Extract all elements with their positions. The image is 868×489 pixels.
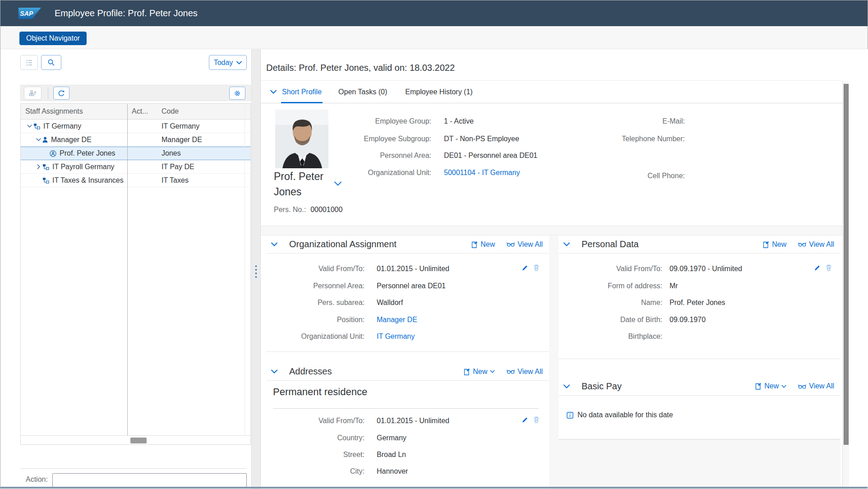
object-navigator-button[interactable]: Object Navigator bbox=[19, 32, 87, 45]
field-value: Mr bbox=[669, 282, 678, 290]
vertical-scrollbar-thumb[interactable] bbox=[844, 84, 849, 445]
tab-employee-history[interactable]: Employee History (1) bbox=[405, 88, 472, 96]
sap-logo: SAP bbox=[18, 8, 41, 19]
add-document-icon bbox=[763, 241, 769, 248]
vertical-scrollbar[interactable] bbox=[842, 81, 849, 489]
delete-icon[interactable] bbox=[533, 264, 540, 271]
settings-button[interactable] bbox=[229, 87, 245, 100]
edit-icon[interactable] bbox=[522, 264, 528, 271]
code-cell: IT Germany bbox=[157, 120, 245, 133]
splitter-grip-icon bbox=[255, 265, 257, 278]
view-all-button[interactable]: View All bbox=[507, 368, 543, 376]
position-link[interactable]: Manager DE bbox=[377, 316, 417, 324]
view-all-button[interactable]: View All bbox=[798, 382, 834, 390]
field-value: 01.01.2015 - Unlimited bbox=[377, 417, 449, 425]
no-data-message-row: No data available for this date bbox=[567, 411, 673, 419]
active-tab-underline bbox=[281, 102, 323, 103]
field-row: Date of Birth: 09.09.1970 bbox=[559, 312, 840, 329]
delete-icon[interactable] bbox=[826, 264, 832, 271]
view-all-label: View All bbox=[809, 240, 834, 249]
tree-row-it-germany[interactable]: IT Germany IT Germany bbox=[21, 120, 250, 133]
position-icon bbox=[42, 137, 48, 143]
column-divider[interactable] bbox=[127, 104, 128, 435]
panel-splitter[interactable] bbox=[251, 49, 261, 489]
field-row: Organizational Unit: IT Germany bbox=[266, 329, 549, 346]
new-menu-button[interactable]: New bbox=[464, 368, 495, 376]
new-button[interactable]: New bbox=[471, 240, 495, 249]
tree-row-prof-peter-jones[interactable]: Prof. Peter Jones Jones bbox=[21, 147, 250, 160]
list-icon bbox=[26, 59, 33, 66]
address-type-title: Permanent residence bbox=[273, 386, 367, 398]
org-chart-up-icon bbox=[29, 90, 37, 97]
view-all-button[interactable]: View All bbox=[507, 240, 543, 249]
chevron-down-icon[interactable] bbox=[563, 384, 570, 388]
search-button[interactable] bbox=[41, 55, 61, 70]
new-button[interactable]: New bbox=[763, 240, 786, 249]
chevron-down-icon[interactable] bbox=[271, 242, 277, 246]
section-header: Organizational Assignment New View All bbox=[266, 235, 549, 254]
chevron-down-icon[interactable] bbox=[271, 369, 277, 374]
field-row: Personnel Area: Personnel area DE01 bbox=[266, 278, 549, 295]
tab-short-profile[interactable]: Short Profile bbox=[282, 88, 322, 96]
field-value: 09.09.1970 bbox=[669, 316, 706, 324]
tab-strip: Short Profile Open Tasks (0) Employee Hi… bbox=[261, 81, 842, 103]
field-label: Position: bbox=[266, 316, 365, 324]
tab-open-tasks[interactable]: Open Tasks (0) bbox=[338, 88, 387, 96]
org-unit-icon bbox=[42, 164, 49, 170]
org-chart-up-button[interactable] bbox=[24, 87, 42, 100]
column-header-act[interactable]: Act... bbox=[127, 107, 157, 115]
add-document-icon bbox=[471, 241, 478, 248]
column-header-code[interactable]: Code bbox=[157, 107, 245, 115]
add-document-icon bbox=[464, 368, 470, 375]
field-row: Pers. subarea: Walldorf bbox=[266, 295, 549, 312]
tree-row-it-payroll-germany[interactable]: IT Payroll Germany IT Pay DE bbox=[21, 160, 250, 174]
profile-field-row: Employee Group: 1 - Active E-Mail: bbox=[261, 114, 842, 131]
gear-icon bbox=[234, 90, 241, 97]
tree-node-label: IT Payroll Germany bbox=[52, 163, 115, 171]
expand-icon[interactable] bbox=[34, 164, 42, 169]
field-label: Street: bbox=[266, 451, 365, 459]
section-title: Basic Pay bbox=[582, 381, 622, 392]
collapse-icon[interactable] bbox=[25, 125, 33, 128]
horizontal-scrollbar-thumb[interactable] bbox=[130, 438, 147, 443]
field-label: Valid From/To: bbox=[266, 265, 365, 273]
new-label: New bbox=[764, 382, 779, 390]
section-basic-pay: Basic Pay New bbox=[559, 377, 840, 439]
hscroll-track-border bbox=[21, 435, 250, 436]
tree-row-it-taxes-insurances[interactable]: IT Taxes & Insurances IT Taxes bbox=[21, 174, 250, 187]
info-icon bbox=[567, 412, 573, 419]
basic-pay-background-fill bbox=[559, 439, 840, 489]
pers-no-label: Pers. No.: bbox=[274, 206, 306, 213]
profile-field-row: Cell Phone: bbox=[261, 168, 842, 185]
field-value: DE01 - Personnel area DE01 bbox=[444, 152, 537, 160]
chevron-down-icon[interactable] bbox=[563, 242, 570, 246]
section-organizational-assignment: Organizational Assignment New View All bbox=[266, 235, 549, 352]
column-header-staff-assignments[interactable]: Staff Assignments bbox=[21, 107, 127, 115]
chevron-down-icon[interactable] bbox=[270, 90, 277, 94]
tree-node-label: IT Germany bbox=[43, 122, 81, 130]
edit-icon[interactable] bbox=[814, 264, 821, 271]
details-title: Details: Prof. Peter Jones, valid on: 18… bbox=[266, 63, 455, 73]
edit-icon[interactable] bbox=[522, 416, 528, 423]
field-value: Hannover bbox=[377, 467, 408, 475]
action-input[interactable] bbox=[52, 473, 247, 487]
refresh-button[interactable] bbox=[53, 87, 69, 100]
collapse-icon[interactable] bbox=[34, 138, 42, 141]
toolbar-separator bbox=[48, 88, 48, 99]
section-title: Addresses bbox=[289, 366, 332, 377]
tree-node-label: Manager DE bbox=[51, 136, 92, 144]
new-menu-button[interactable]: New bbox=[755, 382, 786, 390]
section-header: Addresses New bbox=[266, 363, 549, 381]
view-all-button[interactable]: View All bbox=[798, 240, 834, 249]
new-label: New bbox=[473, 368, 487, 376]
delete-icon[interactable] bbox=[533, 416, 540, 423]
tree-row-manager-de[interactable]: Manager DE Manager DE bbox=[21, 133, 250, 147]
legend-button[interactable] bbox=[20, 55, 38, 70]
svg-text:SAP: SAP bbox=[20, 10, 33, 17]
today-dropdown[interactable]: Today bbox=[209, 55, 247, 70]
field-row: Valid From/To: 01.01.2015 - Unlimited bbox=[266, 413, 549, 430]
org-unit-link[interactable]: IT Germany bbox=[377, 332, 415, 341]
field-label: City: bbox=[266, 467, 365, 475]
address-divider bbox=[273, 408, 539, 409]
act-cell bbox=[127, 174, 157, 187]
